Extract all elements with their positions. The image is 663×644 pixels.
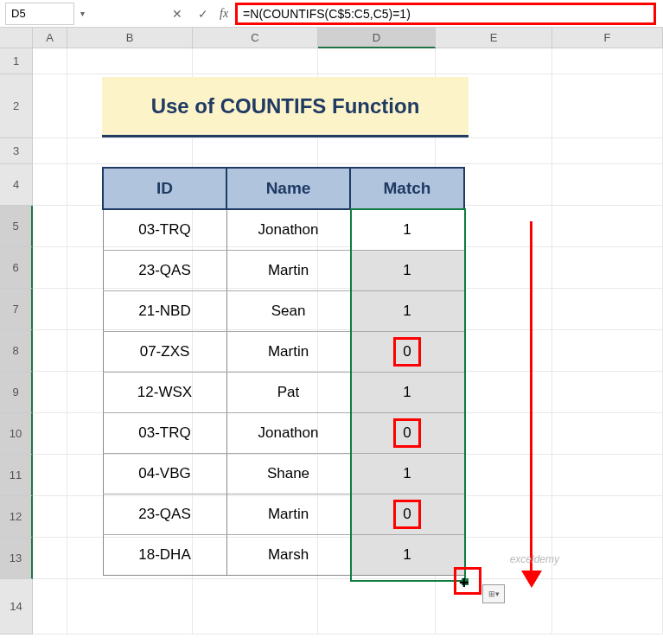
cell-id[interactable]: 12-WSX: [103, 372, 226, 412]
column-headers: A B C D E F: [0, 28, 663, 48]
chevron-down-icon: ▾: [80, 9, 85, 18]
table-row: 23-QASMartin0: [103, 494, 464, 534]
spreadsheet-grid: 1 2 3 4 5 6 7 8 9 10 11 12 13 14 Use of …: [0, 48, 663, 634]
table-row: 18-DHAMarsh1: [103, 534, 464, 575]
cell-name[interactable]: Martin: [226, 331, 350, 372]
cell-id[interactable]: 03-TRQ: [103, 412, 226, 453]
annotation-arrow: [530, 221, 532, 576]
formula-bar-row: D5 ▾ ✕ ✓ fx =N(COUNTIFS(C$5:C5,C5)=1): [0, 0, 663, 28]
x-icon: ✕: [172, 7, 182, 21]
name-box-value: D5: [11, 7, 26, 20]
row-header-11[interactable]: 11: [0, 455, 33, 496]
table-row: 23-QASMartin1: [103, 250, 464, 290]
row-headers: 1 2 3 4 5 6 7 8 9 10 11 12 13 14: [0, 48, 33, 634]
header-match[interactable]: Match: [350, 168, 464, 209]
row-header-5[interactable]: 5: [0, 206, 33, 247]
row-header-2[interactable]: 2: [0, 74, 33, 138]
cell-id[interactable]: 07-ZXS: [103, 331, 226, 372]
table-row: 07-ZXSMartin0: [103, 331, 464, 372]
cell-name[interactable]: Jonathon: [226, 412, 350, 453]
row-header-8[interactable]: 8: [0, 330, 33, 372]
highlighted-value: 0: [393, 337, 421, 367]
cell-name[interactable]: Martin: [226, 494, 350, 534]
cell-match[interactable]: 1: [350, 534, 464, 575]
select-all-corner[interactable]: [0, 28, 33, 48]
row-header-9[interactable]: 9: [0, 372, 33, 413]
table-header-row: ID Name Match: [103, 168, 464, 209]
col-header-E[interactable]: E: [436, 28, 552, 48]
cell-name[interactable]: Jonathon: [226, 209, 350, 250]
cell-match[interactable]: 1: [350, 250, 464, 290]
highlighted-value: 0: [393, 418, 421, 448]
cell-match[interactable]: 0: [350, 412, 464, 453]
cell-name[interactable]: Sean: [226, 290, 350, 331]
fx-icon[interactable]: fx: [220, 7, 228, 21]
data-table: ID Name Match 03-TRQJonathon123-QASMarti…: [102, 167, 465, 576]
row-header-4[interactable]: 4: [0, 164, 33, 206]
row-header-6[interactable]: 6: [0, 247, 33, 289]
cell-match[interactable]: 1: [350, 453, 464, 494]
highlighted-value: 0: [393, 500, 421, 529]
formula-bar[interactable]: =N(COUNTIFS(C$5:C5,C5)=1): [235, 3, 656, 25]
row-header-3[interactable]: 3: [0, 138, 33, 164]
cell-id[interactable]: 23-QAS: [103, 250, 226, 290]
fill-cursor-icon: +: [459, 573, 469, 593]
table-row: 03-TRQJonathon1: [103, 209, 464, 250]
cell-id[interactable]: 23-QAS: [103, 494, 226, 534]
row-header-12[interactable]: 12: [0, 496, 33, 538]
header-id[interactable]: ID: [103, 168, 226, 209]
accept-formula-button[interactable]: ✓: [194, 4, 213, 23]
row-header-1[interactable]: 1: [0, 48, 33, 74]
cell-id[interactable]: 03-TRQ: [103, 209, 226, 250]
cell-area[interactable]: Use of COUNTIFS Function ID Name Match 0…: [33, 48, 663, 634]
cell-match[interactable]: 1: [350, 372, 464, 412]
cell-id[interactable]: 04-VBG: [103, 453, 226, 494]
header-name[interactable]: Name: [226, 168, 350, 209]
col-header-B[interactable]: B: [67, 28, 193, 48]
watermark: exceldemy: [510, 553, 559, 565]
formula-controls: ✕ ✓ fx: [168, 4, 228, 23]
cell-name[interactable]: Pat: [226, 372, 350, 412]
row-header-10[interactable]: 10: [0, 413, 33, 455]
formula-text: =N(COUNTIFS(C$5:C5,C5)=1): [243, 7, 411, 21]
table-row: 12-WSXPat1: [103, 372, 464, 412]
col-header-C[interactable]: C: [193, 28, 318, 48]
check-icon: ✓: [198, 7, 208, 21]
cell-match[interactable]: 0: [350, 331, 464, 372]
cell-name[interactable]: Martin: [226, 250, 350, 290]
cell-name[interactable]: Shane: [226, 453, 350, 494]
row-header-7[interactable]: 7: [0, 289, 33, 330]
table-row: 03-TRQJonathon0: [103, 412, 464, 453]
cell-match[interactable]: 0: [350, 494, 464, 534]
cell-id[interactable]: 21-NBD: [103, 290, 226, 331]
table-row: 21-NBDSean1: [103, 290, 464, 331]
autofill-options-button[interactable]: ⊞▾: [482, 584, 505, 603]
annotation-arrowhead: [521, 571, 542, 588]
row-header-14[interactable]: 14: [0, 579, 33, 634]
cell-match[interactable]: 1: [350, 209, 464, 250]
name-box[interactable]: D5: [5, 3, 74, 25]
name-box-dropdown[interactable]: ▾: [74, 9, 90, 18]
col-header-A[interactable]: A: [33, 28, 67, 48]
cell-id[interactable]: 18-DHA: [103, 534, 226, 575]
row-header-13[interactable]: 13: [0, 538, 33, 579]
table-row: 04-VBGShane1: [103, 453, 464, 494]
page-title: Use of COUNTIFS Function: [102, 77, 469, 137]
cancel-formula-button[interactable]: ✕: [168, 4, 187, 23]
col-header-D[interactable]: D: [318, 28, 436, 48]
col-header-F[interactable]: F: [552, 28, 663, 48]
cell-match[interactable]: 1: [350, 290, 464, 331]
cell-name[interactable]: Marsh: [226, 534, 350, 575]
